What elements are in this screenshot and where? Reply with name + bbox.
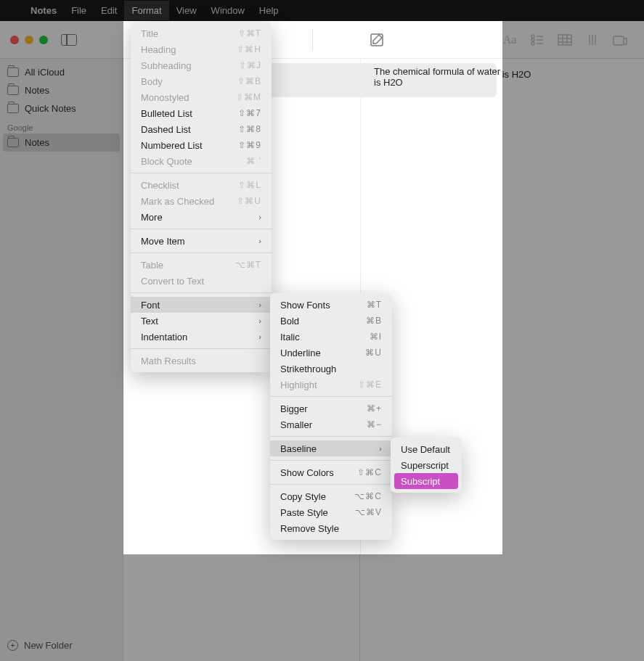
baseline-menu-item-subscript[interactable]: Subscript bbox=[394, 473, 458, 489]
svg-point-3 bbox=[531, 42, 534, 45]
format-menu-item-indentation[interactable]: Indentation› bbox=[131, 329, 272, 345]
font-menu-item-show-fonts[interactable]: Show Fonts⌘T bbox=[270, 297, 392, 313]
font-menu-item-bold[interactable]: Bold⌘B bbox=[270, 313, 392, 329]
format-menu-item-mark-as-checked: Mark as Checked⇧⌘U bbox=[131, 193, 272, 209]
menubar-format[interactable]: Format bbox=[124, 1, 168, 20]
menu-item-label: Checklist bbox=[141, 180, 179, 191]
menu-item-shortcut: ⌘U bbox=[365, 348, 382, 358]
menu-item-label: Bold bbox=[280, 316, 299, 327]
chevron-right-icon: › bbox=[379, 444, 382, 453]
format-menu: Title⇧⌘THeading⇧⌘HSubheading⇧⌘JBody⇧⌘BMo… bbox=[131, 22, 272, 372]
menubar-help[interactable]: Help bbox=[252, 1, 286, 20]
sidebar-toggle-icon[interactable] bbox=[61, 34, 77, 46]
minimize-window-button[interactable] bbox=[25, 36, 33, 44]
menubar-edit[interactable]: Edit bbox=[94, 1, 124, 20]
menu-item-label: Heading bbox=[141, 44, 176, 55]
menu-item-label: Table bbox=[141, 260, 163, 271]
menu-item-label: Show Fonts bbox=[280, 300, 330, 311]
menu-item-shortcut: ⇧⌘J bbox=[239, 60, 261, 70]
sidebar-item-notes[interactable]: Notes bbox=[0, 81, 123, 99]
menu-item-label: Monostyled bbox=[141, 92, 189, 103]
font-menu-item-show-colors[interactable]: Show Colors⇧⌘C bbox=[270, 464, 392, 480]
format-menu-item-dashed-list[interactable]: Dashed List⇧⌘8 bbox=[131, 121, 272, 137]
format-aa-button[interactable]: Aa bbox=[496, 26, 523, 54]
format-menu-item-math-results: Math Results bbox=[131, 353, 272, 369]
sidebar-item-all-icloud[interactable]: All iCloud bbox=[0, 63, 123, 81]
svg-rect-5 bbox=[614, 36, 624, 45]
delete-note-button[interactable] bbox=[310, 26, 338, 54]
chevron-right-icon: › bbox=[258, 300, 261, 309]
font-menu-item-italic[interactable]: Italic⌘I bbox=[270, 329, 392, 345]
menubar-view[interactable]: View bbox=[169, 1, 204, 20]
menu-item-label: Text bbox=[141, 316, 158, 327]
menu-item-label: More bbox=[141, 212, 163, 223]
format-menu-item-heading: Heading⇧⌘H bbox=[131, 41, 272, 57]
format-menu-item-move-item[interactable]: Move Item› bbox=[131, 233, 272, 249]
menu-item-shortcut: ⇧⌘C bbox=[357, 467, 382, 477]
format-menu-item-checklist: Checklist⇧⌘L bbox=[131, 177, 272, 193]
note-editor[interactable]: The chemical formula of water is H2O bbox=[360, 59, 644, 661]
folder-icon bbox=[7, 67, 19, 77]
format-menu-item-table: Table⌥⌘T bbox=[131, 257, 272, 273]
format-menu-item-bulleted-list[interactable]: Bulleted List⇧⌘7 bbox=[131, 105, 272, 121]
menu-item-label: Math Results bbox=[141, 356, 196, 366]
menubar: Notes File Edit Format View Window Help bbox=[0, 0, 644, 21]
font-menu-item-copy-style[interactable]: Copy Style⌥⌘C bbox=[270, 488, 392, 504]
menubar-app[interactable]: Notes bbox=[23, 1, 64, 20]
baseline-menu-item-superscript[interactable]: Superscript bbox=[391, 457, 462, 473]
menu-item-label: Title bbox=[141, 28, 158, 39]
zoom-window-button[interactable] bbox=[39, 36, 48, 44]
menu-separator bbox=[131, 292, 272, 293]
close-window-button[interactable] bbox=[10, 36, 19, 44]
checklist-button[interactable] bbox=[523, 26, 551, 54]
font-menu-item-paste-style[interactable]: Paste Style⌥⌘V bbox=[270, 504, 392, 520]
font-menu-item-bigger[interactable]: Bigger⌘+ bbox=[270, 401, 392, 416]
table-button[interactable] bbox=[551, 26, 579, 54]
menu-separator bbox=[270, 436, 392, 437]
menu-item-label: Bigger bbox=[280, 403, 308, 414]
menu-item-shortcut: ⇧⌘T bbox=[238, 28, 261, 38]
format-menu-item-numbered-list[interactable]: Numbered List⇧⌘9 bbox=[131, 137, 272, 153]
toolbar: Aa bbox=[0, 21, 644, 59]
media-button[interactable] bbox=[579, 26, 606, 54]
font-menu-item-strikethrough[interactable]: Strikethrough bbox=[270, 361, 392, 377]
sidebar-item-label: Notes bbox=[25, 137, 49, 148]
menu-item-shortcut: ⌥⌘V bbox=[355, 507, 382, 517]
new-note-button[interactable] bbox=[338, 26, 365, 54]
menu-separator bbox=[270, 460, 392, 461]
sidebar-section-google: Google bbox=[0, 118, 123, 134]
menu-item-label: Remove Style bbox=[280, 523, 339, 534]
baseline-menu-item-use-default[interactable]: Use Default bbox=[391, 441, 462, 457]
menu-item-label: Subheading bbox=[141, 60, 191, 71]
format-menu-item-text[interactable]: Text› bbox=[131, 313, 272, 329]
format-menu-item-more[interactable]: More› bbox=[131, 209, 272, 225]
sidebar-item-quick-notes[interactable]: Quick Notes bbox=[0, 99, 123, 118]
menu-item-label: Bulleted List bbox=[141, 108, 192, 119]
menu-item-label: Smaller bbox=[280, 419, 312, 430]
menu-item-shortcut: ⌘+ bbox=[367, 403, 382, 414]
sidebar-item-google-notes[interactable]: Notes bbox=[3, 134, 120, 152]
font-menu-item-smaller[interactable]: Smaller⌘− bbox=[270, 416, 392, 432]
menu-separator bbox=[131, 173, 272, 173]
share-button[interactable] bbox=[606, 26, 634, 54]
format-menu-item-block-quote: Block Quote⌘ ' bbox=[131, 153, 272, 169]
format-menu-item-font[interactable]: Font› bbox=[131, 297, 272, 313]
new-folder-label: New Folder bbox=[24, 640, 72, 651]
menubar-file[interactable]: File bbox=[64, 1, 94, 20]
font-menu-item-highlight: Highlight⇧⌘E bbox=[270, 377, 392, 393]
font-menu-item-remove-style[interactable]: Remove Style bbox=[270, 520, 392, 536]
menu-item-shortcut: ⌘B bbox=[366, 316, 382, 326]
menubar-window[interactable]: Window bbox=[204, 1, 252, 20]
menu-separator bbox=[270, 484, 392, 485]
font-submenu: Show Fonts⌘TBold⌘BItalic⌘IUnderline⌘UStr… bbox=[270, 293, 392, 540]
format-menu-item-title: Title⇧⌘T bbox=[131, 25, 272, 41]
menu-item-shortcut: ⇧⌘H bbox=[237, 44, 261, 54]
menu-item-label: Use Default bbox=[401, 444, 450, 455]
font-menu-item-underline[interactable]: Underline⌘U bbox=[270, 345, 392, 361]
menu-item-shortcut: ⌘ ' bbox=[246, 156, 261, 166]
font-menu-item-baseline[interactable]: Baseline› bbox=[270, 440, 392, 456]
folder-icon bbox=[7, 86, 19, 95]
editor-text: The chemical formula of water is H2O bbox=[373, 69, 531, 80]
chevron-right-icon: › bbox=[258, 316, 261, 325]
new-folder-button[interactable]: +New Folder bbox=[0, 634, 123, 657]
